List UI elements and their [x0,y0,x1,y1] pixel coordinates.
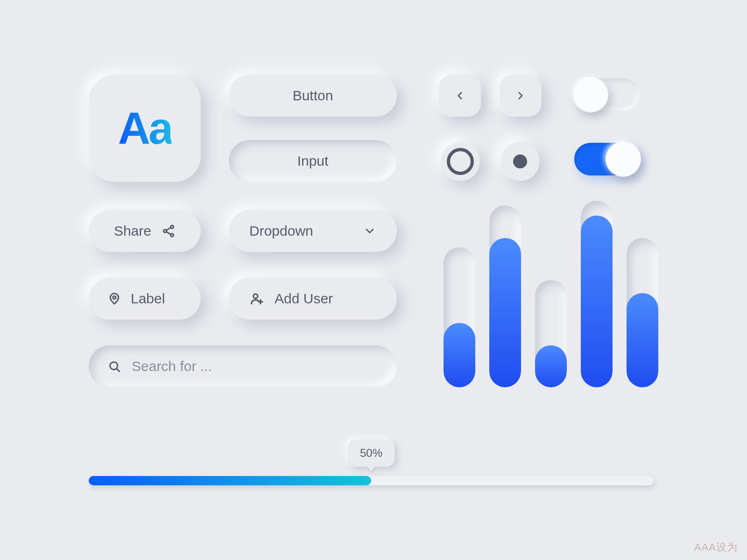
dropdown[interactable]: Dropdown [229,210,397,252]
share-label: Share [114,223,151,239]
slider-tooltip: 50% [348,440,395,467]
bar-fill [627,293,658,387]
bar-fill [581,216,613,387]
add-user-icon [249,291,264,306]
share-button[interactable]: Share [89,210,201,252]
search-icon [107,359,121,373]
next-button[interactable] [500,75,542,117]
svg-line-3 [166,228,171,231]
toggle-knob [606,141,641,177]
button[interactable]: Button [229,75,397,117]
bar-fill [535,345,567,387]
bar-well [627,238,658,387]
typography-tile: Aa [89,75,201,182]
bar-well [444,247,475,387]
svg-point-5 [113,296,116,299]
search-input[interactable]: Search for ... [89,345,397,387]
radio-unchecked[interactable] [441,142,480,181]
toggle-off[interactable] [574,78,640,111]
dropdown-label: Dropdown [249,223,313,239]
typography-tile-text: Aa [118,103,172,154]
label-button[interactable]: Label [89,278,201,320]
location-pin-icon [107,292,121,306]
toggle-on[interactable] [574,143,640,175]
watermark: AAA设为 [694,540,738,554]
chevron-left-icon [454,90,466,102]
bar-well [535,280,567,387]
label-text: Label [131,291,165,307]
slider-value: 50% [360,447,382,460]
bar-fill [444,323,475,387]
add-user-button[interactable]: Add User [229,278,397,320]
input-placeholder: Input [297,153,329,169]
bar-chart [444,201,663,387]
toggle-knob [573,77,608,112]
add-user-label: Add User [275,291,333,307]
input-field[interactable]: Input [229,140,397,182]
bar-well [581,201,613,387]
share-icon [162,224,176,238]
radio-checked[interactable] [500,142,540,181]
chevron-right-icon [514,90,527,102]
slider-fill [89,476,371,485]
svg-line-4 [166,232,171,235]
svg-point-6 [254,294,258,298]
search-placeholder: Search for ... [132,358,212,374]
prev-button[interactable] [439,75,481,117]
bar-well [489,205,521,387]
bar-fill [489,238,521,387]
chevron-down-icon [363,224,376,238]
svg-line-10 [117,369,120,371]
button-label: Button [293,88,333,104]
